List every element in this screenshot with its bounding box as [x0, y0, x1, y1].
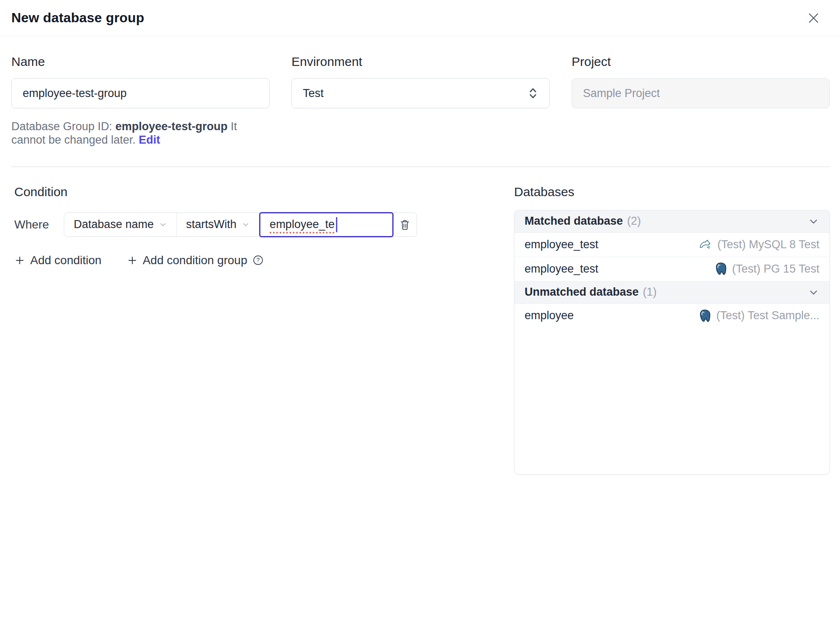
delete-condition-button[interactable]: [393, 213, 417, 236]
condition-heading: Condition: [14, 185, 487, 199]
condition-operator-select[interactable]: startsWith: [177, 213, 260, 236]
main-content: Condition Where Database name startsWith: [0, 167, 840, 475]
project-value: Sample Project: [583, 87, 660, 100]
form-row: Name employee-test-group Database Group …: [0, 36, 840, 147]
unmatched-database-count: (1): [643, 286, 657, 298]
database-instance: (Test) MySQL 8 Test: [698, 238, 819, 251]
database-instance: (Test) PG 15 Test: [714, 262, 819, 276]
add-condition-button[interactable]: Add condition: [14, 254, 102, 267]
condition-expression-group: Database name startsWith employee_te: [64, 213, 417, 237]
mysql-icon: [698, 238, 712, 251]
database-instance-label: (Test) MySQL 8 Test: [717, 238, 819, 251]
close-button[interactable]: [804, 8, 823, 28]
chevron-down-icon: [242, 220, 250, 229]
environment-selected-value: Test: [303, 87, 324, 100]
database-row[interactable]: employee_test (Test) PG 15 Test: [514, 257, 830, 281]
project-label: Project: [572, 55, 830, 69]
plus-icon: [127, 255, 138, 266]
unmatched-database-title: Unmatched database(1): [525, 286, 657, 299]
name-input[interactable]: employee-test-group: [11, 78, 270, 108]
condition-section: Condition Where Database name startsWith: [11, 185, 487, 475]
unmatched-database-header[interactable]: Unmatched database(1): [514, 281, 830, 304]
unmatched-database-label: Unmatched database: [525, 286, 639, 298]
name-field-group: Name employee-test-group Database Group …: [11, 55, 270, 147]
environment-field-group: Environment Test: [291, 55, 550, 147]
environment-select[interactable]: Test: [291, 78, 550, 108]
chevron-down-icon: [159, 220, 167, 229]
condition-field-select[interactable]: Database name: [64, 213, 177, 236]
group-id-helper: Database Group ID: employee-test-group I…: [11, 120, 270, 147]
database-name: employee_test: [525, 238, 598, 251]
database-instance: (Test) Test Sample...: [698, 309, 819, 323]
helper-prefix: Database Group ID:: [11, 120, 116, 133]
close-icon: [806, 11, 821, 25]
condition-field-value: Database name: [74, 218, 154, 231]
condition-value-input[interactable]: employee_te: [259, 212, 394, 237]
database-row[interactable]: employee (Test) Test Sample...: [514, 304, 830, 328]
page-title: New database group: [11, 10, 144, 26]
databases-panel: Matched database(2) employee_test (Test)…: [514, 210, 830, 475]
name-input-value: employee-test-group: [23, 87, 127, 100]
database-instance-label: (Test) Test Sample...: [716, 309, 819, 322]
edit-link[interactable]: Edit: [139, 134, 160, 146]
add-condition-group-button[interactable]: Add condition group ?: [127, 254, 264, 267]
condition-row: Where Database name startsWith employee_…: [14, 213, 487, 237]
add-condition-label: Add condition: [30, 254, 102, 267]
project-input: Sample Project: [572, 78, 830, 108]
databases-section: Databases Matched database(2) employee_t…: [514, 185, 830, 475]
chevron-down-icon[interactable]: [808, 286, 819, 298]
name-label: Name: [11, 55, 270, 69]
add-condition-group-label: Add condition group: [143, 254, 247, 267]
matched-database-label: Matched database: [525, 215, 623, 227]
plus-icon: [14, 255, 25, 266]
project-field-group: Project Sample Project: [572, 55, 830, 147]
chevron-down-icon[interactable]: [808, 215, 819, 227]
where-label: Where: [14, 218, 49, 231]
environment-label: Environment: [291, 55, 550, 69]
database-row[interactable]: employee_test (Test) MySQL 8 Test: [514, 233, 830, 257]
database-name: employee_test: [525, 262, 598, 276]
matched-database-header[interactable]: Matched database(2): [514, 210, 830, 233]
help-icon[interactable]: ?: [252, 255, 264, 266]
database-name: employee: [525, 309, 574, 322]
helper-group-id: employee-test-group: [116, 120, 228, 133]
text-caret: [336, 217, 337, 232]
condition-operator-value: startsWith: [186, 218, 236, 231]
dialog-header: New database group: [0, 0, 840, 36]
trash-icon: [399, 218, 411, 231]
postgres-icon: [698, 309, 711, 323]
chevrons-up-down-icon: [528, 87, 538, 100]
matched-database-title: Matched database(2): [525, 215, 641, 228]
databases-heading: Databases: [514, 185, 830, 199]
database-instance-label: (Test) PG 15 Test: [732, 262, 819, 276]
condition-actions: Add condition Add condition group ?: [14, 254, 487, 267]
matched-database-count: (2): [627, 215, 641, 227]
svg-text:?: ?: [256, 257, 260, 264]
condition-value-text: employee_te: [270, 218, 335, 231]
postgres-icon: [714, 262, 727, 276]
